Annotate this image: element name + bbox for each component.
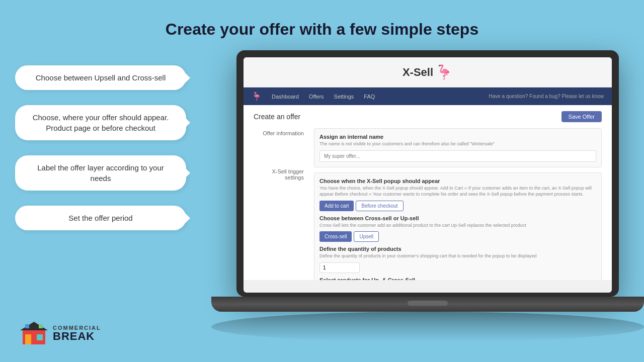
nav-faq[interactable]: FAQ xyxy=(364,94,375,100)
save-offer-button[interactable]: Save Offer xyxy=(561,111,602,122)
nav-settings[interactable]: Settings xyxy=(334,94,354,100)
offer-info-label: Offer information xyxy=(254,128,304,136)
cross-upsell-label: Choose between Cross-sell or Up-sell xyxy=(319,215,596,221)
qty-desc: Define the quantity of products in your … xyxy=(319,253,596,259)
page-title: Create your offer with a few simple step… xyxy=(0,0,644,39)
nav-help-text: Have a question? Found a bug? Please let… xyxy=(489,94,604,99)
svg-rect-4 xyxy=(25,324,29,328)
app-logo-text: X-Sell xyxy=(403,66,433,79)
trigger-timing-desc: You have the choice, when the X-Sell pop… xyxy=(319,185,596,198)
brand-text: COMMERCIAL BREAK xyxy=(53,325,101,342)
offer-sections: Offer information X-Sell trigger setting… xyxy=(254,128,602,280)
select-products-label: Select products for Up- & Cross-Sell xyxy=(319,277,596,280)
select-products-block: Select products for Up- & Cross-Sell Dec… xyxy=(319,277,596,280)
logo-bird-icon: 🦩 xyxy=(435,64,453,80)
section-contents: Assign an internal name The name is not … xyxy=(314,128,602,280)
svg-rect-5 xyxy=(39,324,43,328)
create-offer-title: Create an offer xyxy=(254,113,300,121)
upsell-button[interactable]: Upsell xyxy=(354,231,379,242)
laptop-shadow xyxy=(211,312,644,342)
section-labels: Offer information X-Sell trigger setting… xyxy=(254,128,309,280)
bubble-4: Set the offer period xyxy=(15,206,186,230)
quantity-block: Define the quantity of products Define t… xyxy=(319,246,596,273)
svg-rect-3 xyxy=(37,334,43,340)
brand-logo: COMMERCIAL BREAK xyxy=(20,319,101,347)
svg-marker-1 xyxy=(20,322,48,330)
trigger-settings-section: Choose when the X-Sell popup should appe… xyxy=(314,172,602,280)
app-body: Create an offer Save Offer Offer informa… xyxy=(244,105,612,280)
app-logo-area: X-Sell 🦩 xyxy=(244,57,612,87)
bubble-2: Choose, where your offer should appear. … xyxy=(15,105,186,140)
brand-icon-svg xyxy=(20,319,48,347)
laptop-wrapper: X-Sell 🦩 🦩 Dashboard Offers Settings FAQ… xyxy=(236,50,619,327)
trigger-timing-label: Choose when the X-Sell popup should appe… xyxy=(319,178,596,184)
internal-name-input[interactable] xyxy=(319,150,596,162)
nav-logo-icon: 🦩 xyxy=(252,92,262,101)
brand-break-text: BREAK xyxy=(53,331,101,342)
bubble-1: Choose between Upsell and Cross-sell xyxy=(15,65,186,90)
trigger-timing-buttons: Add to cart Before checkout xyxy=(319,201,596,211)
bubbles-container: Choose between Upsell and Cross-sell Cho… xyxy=(15,65,186,230)
internal-name-desc: The name is not visible to your customer… xyxy=(319,141,596,147)
nav-offers[interactable]: Offers xyxy=(309,94,324,100)
nav-dashboard[interactable]: Dashboard xyxy=(272,94,299,100)
before-checkout-button[interactable]: Before checkout xyxy=(356,201,403,211)
cross-upsell-block: Choose between Cross-sell or Up-sell Cro… xyxy=(319,215,596,242)
laptop-screen: X-Sell 🦩 🦩 Dashboard Offers Settings FAQ… xyxy=(236,50,619,297)
app-nav: 🦩 Dashboard Offers Settings FAQ Have a q… xyxy=(244,87,612,105)
cross-upsell-desc: Cross-Sell lets the customer add an addi… xyxy=(319,222,596,229)
trigger-label: X-Sell trigger settings xyxy=(254,166,304,180)
screen-content: X-Sell 🦩 🦩 Dashboard Offers Settings FAQ… xyxy=(244,57,612,293)
svg-rect-2 xyxy=(25,334,31,344)
add-to-cart-button[interactable]: Add to cart xyxy=(319,201,354,211)
internal-name-label: Assign an internal name xyxy=(319,134,596,140)
cross-upsell-buttons: Cross-sell Upsell xyxy=(319,231,596,242)
qty-label: Define the quantity of products xyxy=(319,246,596,252)
bubble-3: Label the offer layer according to your … xyxy=(15,155,186,191)
qty-input[interactable] xyxy=(319,262,360,273)
crosssell-button[interactable]: Cross-sell xyxy=(319,231,352,242)
offer-info-section: Assign an internal name The name is not … xyxy=(314,128,602,167)
create-offer-header: Create an offer Save Offer xyxy=(254,111,602,122)
trigger-timing-block: Choose when the X-Sell popup should appe… xyxy=(319,178,596,211)
laptop-base xyxy=(211,297,644,312)
